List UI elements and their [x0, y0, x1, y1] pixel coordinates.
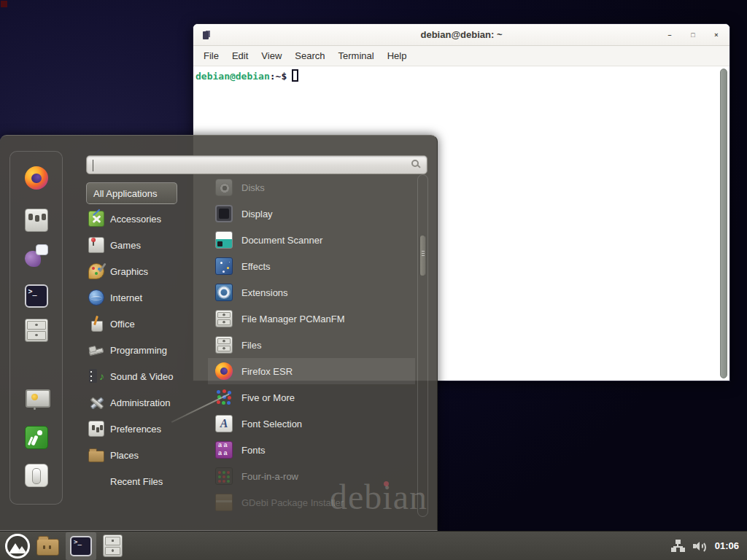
document-scanner-icon: [215, 231, 233, 249]
shutdown-icon[interactable]: [25, 464, 48, 487]
taskbar: 01:06: [0, 531, 747, 560]
control-center-icon[interactable]: [25, 209, 48, 232]
app-four-in-a-row[interactable]: Four-in-a-row: [208, 463, 415, 489]
close-button[interactable]: ×: [712, 31, 721, 39]
firefox-icon: [215, 362, 233, 380]
menubar-item-file[interactable]: File: [197, 50, 225, 61]
scrollbar-thumb[interactable]: [419, 235, 426, 276]
search-input[interactable]: [87, 156, 427, 174]
corner-artifact: [1, 1, 7, 7]
app-display[interactable]: Display: [208, 201, 415, 227]
menubar-item-view[interactable]: View: [255, 50, 288, 61]
app-document-scanner[interactable]: Document Scanner: [208, 227, 415, 253]
app-label: Firefox ESR: [241, 366, 293, 377]
terminal-cursor: [292, 69, 298, 82]
menubar-item-edit[interactable]: Edit: [225, 50, 255, 61]
app-label: Four-in-a-row: [241, 471, 298, 482]
minimize-button[interactable]: –: [665, 31, 674, 39]
category-label: Internet: [110, 292, 142, 303]
category-places[interactable]: Places: [86, 442, 196, 468]
terminal-icon[interactable]: [25, 284, 48, 308]
extensions-icon: [215, 284, 233, 301]
fonts-icon: [215, 441, 233, 459]
graphics-icon: [88, 263, 104, 279]
app-fonts[interactable]: Fonts: [208, 437, 415, 463]
app-file-manager-pcmanfm[interactable]: File Manager PCManFM: [208, 306, 415, 332]
clock[interactable]: 01:06: [715, 540, 739, 551]
category-sound-video[interactable]: Sound & Video: [86, 363, 196, 389]
network-icon[interactable]: [670, 540, 685, 552]
prompt-user: debian@debian: [196, 71, 270, 82]
terminal-app-icon: [203, 31, 209, 39]
category-label: Office: [110, 319, 135, 330]
terminal-title: debian@debian: ~: [421, 29, 503, 40]
app-label: Document Scanner: [241, 235, 322, 246]
pidgin-icon[interactable]: [25, 244, 48, 267]
application-list-scrollbar[interactable]: [417, 174, 428, 517]
terminal-titlebar[interactable]: debian@debian: ~ – □ ×: [193, 24, 729, 46]
terminal-task-button[interactable]: [66, 532, 96, 560]
all-applications-button[interactable]: All Applications: [86, 182, 177, 204]
sound-video-icon: [88, 368, 104, 384]
category-list: All Applications AccessoriesGamesGraphic…: [86, 182, 196, 494]
all-applications-label: All Applications: [93, 188, 157, 199]
menu-button[interactable]: [5, 534, 30, 559]
category-label: Programming: [110, 345, 167, 356]
app-label: Font Selection: [241, 419, 302, 429]
logout-icon[interactable]: [25, 426, 48, 449]
category-label: Games: [110, 240, 141, 251]
app-label: Disks: [241, 182, 265, 193]
app-label: Effects: [241, 261, 271, 272]
system-tray: 01:06: [670, 540, 742, 552]
category-programming[interactable]: Programming: [86, 337, 196, 363]
app-firefox-esr[interactable]: Firefox ESR: [208, 358, 415, 384]
window-buttons: – □ ×: [665, 24, 721, 46]
category-office[interactable]: Office: [86, 311, 196, 337]
games-icon: [88, 237, 104, 253]
firefox-icon[interactable]: [25, 166, 48, 190]
terminal-menubar: FileEditViewSearchTerminalHelp: [193, 46, 729, 66]
files-launcher[interactable]: [103, 534, 123, 557]
display-icon: [215, 205, 233, 222]
category-recent-files[interactable]: Recent Files: [86, 468, 196, 494]
disks-icon: [215, 179, 233, 196]
app-extensions[interactable]: Extensions: [208, 279, 415, 306]
files-icon: [215, 336, 233, 354]
app-label: File Manager PCManFM: [241, 314, 345, 324]
maximize-button[interactable]: □: [689, 31, 697, 39]
programming-icon: [88, 342, 104, 358]
search-box[interactable]: [86, 155, 427, 174]
file-manager-launcher[interactable]: [36, 539, 59, 556]
category-games[interactable]: Games: [86, 232, 196, 258]
app-label: GDebi Package Installer: [241, 497, 344, 508]
app-label: Five or More: [241, 392, 295, 403]
menubar-item-terminal[interactable]: Terminal: [332, 50, 381, 61]
menubar-item-help[interactable]: Help: [381, 50, 414, 61]
file-cabinet-icon[interactable]: [25, 319, 48, 342]
terminal-scrollbar[interactable]: [720, 69, 727, 378]
effects-icon: [215, 257, 233, 275]
category-administration[interactable]: Administration: [86, 389, 196, 416]
menubar-item-search[interactable]: Search: [288, 50, 331, 61]
administration-icon: [88, 394, 104, 411]
preferences-icon: [88, 421, 104, 437]
app-files[interactable]: Files: [208, 332, 415, 358]
category-internet[interactable]: Internet: [86, 284, 196, 311]
category-label: Recent Files: [110, 476, 163, 487]
five-or-more-icon: [215, 389, 233, 406]
screensaver-icon[interactable]: [25, 388, 48, 411]
app-disks[interactable]: Disks: [208, 174, 415, 201]
category-preferences[interactable]: Preferences: [86, 416, 196, 442]
prompt-path: :~$: [270, 71, 287, 82]
category-label: Sound & Video: [110, 371, 174, 382]
terminal-icon: [70, 536, 92, 556]
category-accessories[interactable]: Accessories: [86, 206, 196, 232]
category-label: Accessories: [110, 214, 161, 225]
volume-icon[interactable]: [693, 540, 707, 552]
category-graphics[interactable]: Graphics: [86, 258, 196, 284]
app-gdebi-package-installer[interactable]: GDebi Package Installer: [208, 489, 415, 516]
app-font-selection[interactable]: Font Selection: [208, 411, 415, 437]
app-five-or-more[interactable]: Five or More: [208, 384, 415, 411]
app-effects[interactable]: Effects: [208, 253, 415, 279]
gdebi-icon: [215, 494, 233, 511]
